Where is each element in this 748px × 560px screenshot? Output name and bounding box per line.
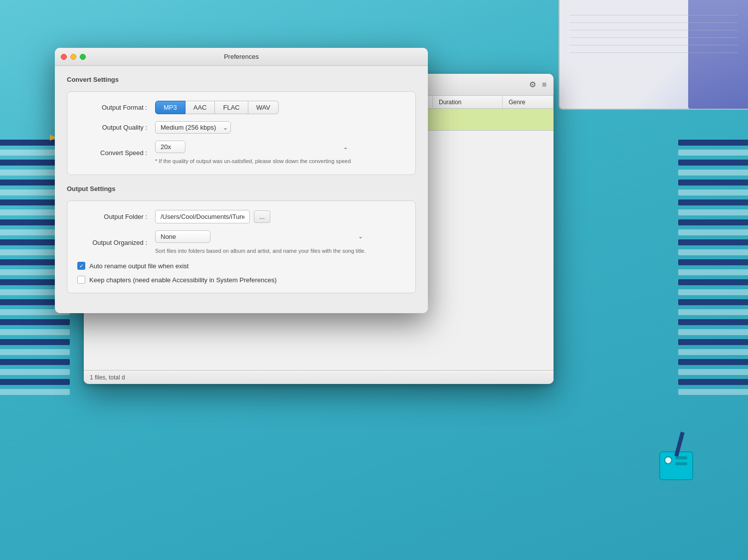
output-quality-wrapper: Low (128 kbps) Medium (256 kbps) High (3… xyxy=(155,121,231,134)
organized-hint: Sort files into folders based on album a… xyxy=(155,247,366,255)
speed-dropdown-arrow: ⌄ xyxy=(343,144,348,151)
pref-title-bar: Preferences xyxy=(55,48,428,66)
auto-rename-label: Auto rename output file when exist xyxy=(89,262,188,270)
output-quality-label: Output Quality : xyxy=(77,124,147,131)
status-text: 1 files, total d xyxy=(90,374,125,381)
pref-content: Convert Settings Output Format : MP3 AAC… xyxy=(55,66,428,313)
settings-icon[interactable]: ⚙ xyxy=(529,80,536,89)
convert-speed-row: Convert Speed : 1x 5x 10x 20x ⌄ * If the… xyxy=(77,141,405,166)
convert-settings-header: Convert Settings xyxy=(67,76,416,83)
auto-rename-checkbox[interactable]: ✓ xyxy=(77,262,85,270)
status-bar: 1 files, total d xyxy=(84,370,554,384)
output-settings-header: Output Settings xyxy=(67,185,416,192)
folder-row: ... xyxy=(155,210,270,223)
auto-rename-row[interactable]: ✓ Auto rename output file when exist xyxy=(77,262,405,270)
format-btn-mp3[interactable]: MP3 xyxy=(155,101,186,114)
keep-chapters-label: Keep chapters (need enable Accessibility… xyxy=(89,276,277,284)
output-settings-section: Output Folder : ... Output Organized : N… xyxy=(67,200,416,294)
preferences-dialog: Preferences Convert Settings Output Form… xyxy=(55,48,428,313)
output-format-label: Output Format : xyxy=(77,104,147,111)
pref-minimize-button[interactable] xyxy=(70,54,76,60)
folder-input[interactable] xyxy=(155,210,250,223)
title-bar-right: ⚙ ≡ xyxy=(529,80,547,89)
browse-button[interactable]: ... xyxy=(254,210,270,223)
organized-wrapper: None Artist Album Artist/Album ⌄ xyxy=(155,230,366,243)
organized-group: None Artist Album Artist/Album ⌄ Sort fi… xyxy=(155,230,366,255)
pref-maximize-button[interactable] xyxy=(80,54,86,60)
menu-icon[interactable]: ≡ xyxy=(542,80,547,89)
output-folder-row: Output Folder : ... xyxy=(77,210,405,223)
format-buttons: MP3 AAC FLAC WAV xyxy=(155,101,279,114)
output-folder-label: Output Folder : xyxy=(77,213,147,220)
convert-speed-label: Convert Speed : xyxy=(77,149,147,157)
format-btn-wav[interactable]: WAV xyxy=(248,101,279,114)
pref-traffic-lights xyxy=(61,54,86,60)
organized-select[interactable]: None Artist Album Artist/Album xyxy=(155,230,210,243)
col-header-genre: Genre xyxy=(503,96,554,108)
col-header-duration: Duration xyxy=(433,96,503,108)
convert-speed-select[interactable]: 1x 5x 10x 20x xyxy=(155,141,186,153)
format-btn-aac[interactable]: AAC xyxy=(186,101,215,114)
convert-settings-section: Output Format : MP3 AAC FLAC WAV Output … xyxy=(67,91,416,175)
output-quality-row: Output Quality : Low (128 kbps) Medium (… xyxy=(77,121,405,134)
format-btn-flac[interactable]: FLAC xyxy=(215,101,248,114)
output-organized-row: Output Organized : None Artist Album Art… xyxy=(77,230,405,255)
convert-speed-wrapper: 1x 5x 10x 20x ⌄ xyxy=(155,141,351,153)
pref-close-button[interactable] xyxy=(61,54,67,60)
output-quality-select[interactable]: Low (128 kbps) Medium (256 kbps) High (3… xyxy=(155,121,231,134)
convert-speed-group: 1x 5x 10x 20x ⌄ * If the quality of outp… xyxy=(155,141,351,166)
keep-chapters-checkbox[interactable] xyxy=(77,276,85,284)
output-organized-label: Output Organized : xyxy=(77,239,147,246)
output-format-row: Output Format : MP3 AAC FLAC WAV xyxy=(77,101,405,114)
pref-title: Preferences xyxy=(224,53,259,60)
speed-hint: * If the quality of output was un-satisf… xyxy=(155,157,351,166)
keep-chapters-row[interactable]: Keep chapters (need enable Accessibility… xyxy=(77,276,405,284)
organized-dropdown-arrow: ⌄ xyxy=(358,233,363,240)
